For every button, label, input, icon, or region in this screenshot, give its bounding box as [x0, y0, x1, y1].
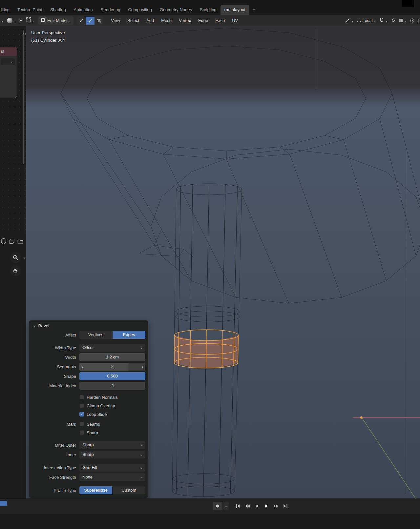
clipped-label: F: [19, 18, 22, 23]
clamp-overlap-label: Clamp Overlap: [87, 403, 115, 408]
object-origin-dot[interactable]: [360, 417, 363, 419]
segments-field[interactable]: ‹ 2 ›: [79, 363, 145, 371]
record-options-dropdown[interactable]: ⌄: [223, 502, 229, 510]
play-reverse-button[interactable]: [253, 502, 261, 510]
increment-arrow[interactable]: ›: [142, 363, 143, 371]
editor-type-icon[interactable]: [26, 17, 31, 24]
width-type-dropdown[interactable]: Offset ⌄: [79, 344, 145, 352]
menu-add[interactable]: Add: [143, 15, 158, 26]
chevron-down-icon[interactable]: ⌄: [32, 19, 34, 22]
gizmo-toggle-icon[interactable]: [410, 18, 415, 23]
tab-rantalayout[interactable]: rantalayout: [220, 5, 249, 15]
tab-geometry-nodes[interactable]: Geometry Nodes: [156, 5, 196, 15]
chevron-down-icon[interactable]: ⌄: [1, 19, 4, 22]
material-index-label: Material Index: [29, 383, 76, 388]
chevron-down-icon: ⌄: [69, 19, 71, 22]
menu-select[interactable]: Select: [124, 15, 143, 26]
panel-title[interactable]: Bevel: [38, 323, 49, 328]
pan-hand-button[interactable]: [10, 265, 21, 276]
miter-inner-dropdown[interactable]: Sharp ⌄: [79, 451, 145, 458]
segments-label: Segments: [29, 364, 76, 369]
affect-edges-button[interactable]: Edges: [113, 331, 145, 339]
viewport-header: ⌄ ⌄ F ⌄ Edit Mode ⌄: [0, 15, 420, 26]
affect-vertices-button[interactable]: Vertices: [79, 331, 112, 339]
width-field[interactable]: 1.2 cm: [79, 353, 145, 361]
next-keyframe-button[interactable]: [272, 502, 280, 510]
mode-label: Edit Mode: [47, 18, 67, 23]
axis-lines: [353, 417, 420, 499]
transform-orientation-dropdown[interactable]: Local ⌄: [357, 18, 376, 23]
view-perspective-label: User Perspective: [31, 30, 65, 35]
chevron-down-icon: ⌄: [140, 441, 143, 449]
menu-edge[interactable]: Edge: [195, 15, 212, 26]
mark-label: Mark: [29, 422, 76, 427]
jump-to-start-button[interactable]: [234, 502, 242, 510]
menu-mesh[interactable]: Mesh: [158, 15, 175, 26]
workspace-tab-bar: diting Texture Paint Shading Animation R…: [0, 0, 420, 15]
mark-seams-checkbox[interactable]: ✓: [79, 422, 84, 426]
playback-controls: ⌄: [213, 502, 290, 510]
snap-toggle-icon[interactable]: [391, 18, 396, 23]
folder-icon[interactable]: [17, 239, 23, 245]
mark-sharp-checkbox[interactable]: ✓: [79, 430, 84, 435]
copy-pages-icon[interactable]: [9, 238, 15, 245]
editor-corner-arrows[interactable]: ‹ ›: [22, 31, 26, 36]
tab-compositing[interactable]: Compositing: [124, 5, 156, 15]
chevron-down-icon: ⌄: [351, 19, 354, 22]
loop-slide-checkbox[interactable]: ✓: [79, 412, 84, 417]
play-button[interactable]: [262, 502, 271, 510]
jump-to-end-button[interactable]: [281, 502, 290, 510]
shape-slider[interactable]: 0.500: [79, 372, 145, 380]
material-index-field[interactable]: -1: [79, 382, 145, 390]
snap-dropdown[interactable]: ⌄: [379, 18, 388, 23]
tab-texture-paint[interactable]: Texture Paint: [13, 5, 46, 15]
intersection-type-dropdown[interactable]: Grid Fill ⌄: [79, 464, 145, 472]
clamp-overlap-checkbox[interactable]: ✓: [79, 403, 84, 408]
menu-view[interactable]: View: [107, 15, 124, 26]
vertex-select-button[interactable]: [77, 17, 86, 25]
chevron-down-icon[interactable]: ⌄: [33, 324, 36, 328]
collapse-arrow[interactable]: ‹: [23, 255, 25, 260]
overlays-dropdown[interactable]: ⌄: [399, 18, 407, 23]
shield-icon[interactable]: [1, 238, 7, 246]
chevron-down-icon[interactable]: ⌄: [13, 19, 16, 22]
add-workspace-button[interactable]: +: [249, 5, 259, 15]
orientation-label: Local: [362, 18, 372, 23]
tab-animation[interactable]: Animation: [70, 5, 97, 15]
tab-rendering[interactable]: Rendering: [96, 5, 124, 15]
harden-normals-label: Harden Normals: [87, 395, 118, 400]
chevron-down-icon: ⌄: [404, 19, 407, 22]
selected-bevel-edges[interactable]: [174, 330, 239, 368]
tab-shading[interactable]: Shading: [46, 5, 70, 15]
menu-vertex[interactable]: Vertex: [175, 15, 195, 26]
miter-inner-label: Inner: [29, 452, 76, 457]
zoom-button[interactable]: [10, 252, 21, 263]
decrement-arrow[interactable]: ‹: [81, 363, 83, 371]
clipped-panel-dropdown[interactable]: ⌄: [1, 58, 15, 65]
material-sphere-icon[interactable]: [7, 18, 12, 23]
timeline-header: ⌄: [0, 498, 420, 514]
face-strength-dropdown[interactable]: None ⌄: [79, 473, 145, 481]
profile-superellipse-button[interactable]: Superellipse: [79, 486, 112, 494]
menu-uv[interactable]: UV: [228, 15, 242, 26]
timeline-track-area[interactable]: [0, 514, 420, 529]
chevron-down-icon: ⌄: [373, 19, 376, 22]
tab-scripting[interactable]: Scripting: [196, 5, 220, 15]
intersection-type-label: Intersection Type: [29, 465, 76, 470]
tab-uv-editing[interactable]: diting: [0, 5, 13, 15]
scrollbar[interactable]: [23, 30, 24, 164]
edge-select-button[interactable]: [86, 17, 94, 25]
profile-custom-button[interactable]: Custom: [113, 486, 145, 494]
width-label: Width: [29, 355, 76, 360]
harden-normals-checkbox[interactable]: ✓: [79, 395, 84, 399]
mode-selector-dropdown[interactable]: Edit Mode ⌄: [38, 16, 74, 25]
shape-label: Shape: [29, 374, 76, 379]
current-frame-indicator[interactable]: [0, 501, 7, 506]
face-select-button[interactable]: [94, 17, 103, 25]
previous-keyframe-button[interactable]: [243, 502, 252, 510]
clipped-panel-header[interactable]: ut: [0, 47, 17, 56]
proportional-falloff-dropdown[interactable]: ⌄: [345, 18, 354, 23]
auto-keyframe-record-button[interactable]: [213, 502, 222, 510]
menu-face[interactable]: Face: [212, 15, 228, 26]
miter-outer-dropdown[interactable]: Sharp ⌄: [79, 441, 145, 449]
